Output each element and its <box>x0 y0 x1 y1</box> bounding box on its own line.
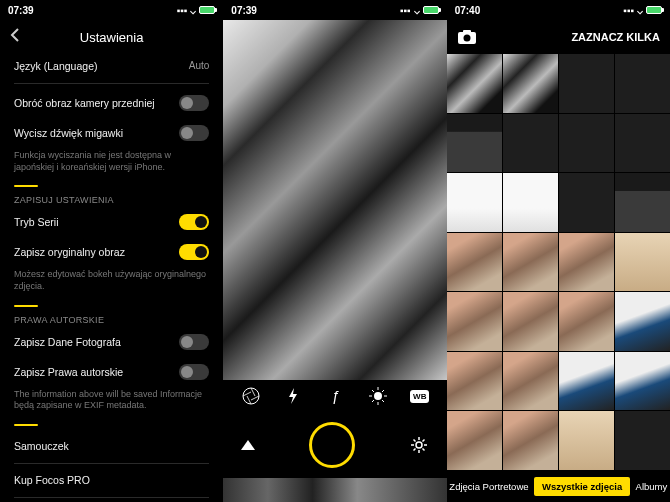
save-original-row: Zapisz oryginalny obraz <box>14 237 209 267</box>
wifi-icon: ⌵ <box>414 5 420 16</box>
rotate-front-camera-row: Obróć obraz kamery przedniej <box>14 88 209 118</box>
mute-note: Funkcja wyciszania nie jest dostępna w j… <box>14 148 209 179</box>
mute-toggle[interactable] <box>179 125 209 141</box>
wifi-icon: ⌵ <box>637 5 643 16</box>
photo-thumb[interactable] <box>559 292 614 351</box>
svg-line-6 <box>372 390 374 392</box>
language-row[interactable]: Język (Language) Auto <box>14 54 209 84</box>
save-copyright-toggle[interactable] <box>179 364 209 380</box>
svg-point-10 <box>416 442 422 448</box>
svg-rect-13 <box>463 30 471 33</box>
photo-thumb[interactable] <box>615 352 670 411</box>
photo-thumb[interactable] <box>447 173 502 232</box>
svg-point-1 <box>374 392 382 400</box>
camera-panel: 07:39 ▪▪▪ ⌵ ƒ WB <box>223 0 446 502</box>
photo-thumb[interactable] <box>615 114 670 173</box>
photo-thumb[interactable] <box>615 173 670 232</box>
language-value: Auto <box>189 60 210 71</box>
svg-line-7 <box>382 400 384 402</box>
svg-point-0 <box>243 388 259 404</box>
tutorial-row[interactable]: Samouczek <box>14 434 209 464</box>
camera-icon[interactable] <box>457 29 477 45</box>
status-time: 07:39 <box>231 5 257 16</box>
focus-icon[interactable]: ƒ <box>325 386 345 406</box>
photo-thumb[interactable] <box>503 292 558 351</box>
status-time: 07:40 <box>455 5 481 16</box>
burst-mode-row: Tryb Serii <box>14 207 209 237</box>
photo-thumb[interactable] <box>447 292 502 351</box>
save-original-toggle[interactable] <box>179 244 209 260</box>
status-bar: 07:40 ▪▪▪ ⌵ <box>447 0 670 20</box>
photo-thumb[interactable] <box>503 173 558 232</box>
svg-point-12 <box>463 35 470 42</box>
photo-thumb[interactable] <box>615 233 670 292</box>
white-balance-icon[interactable]: WB <box>410 390 429 403</box>
signal-icon: ▪▪▪ <box>177 5 188 16</box>
photo-thumb[interactable] <box>615 411 670 470</box>
burst-toggle[interactable] <box>179 214 209 230</box>
gallery-tabs: Zdjęcia Portretowe Wszystkie zdjęcia Alb… <box>447 470 670 502</box>
exif-note: The information above will be saved Info… <box>14 387 209 418</box>
settings-panel: 07:39 ▪▪▪ ⌵ Ustawienia Język (Language) … <box>0 0 223 502</box>
thumbnail-strip[interactable] <box>223 478 446 502</box>
buy-pro-row[interactable]: Kup Focos PRO <box>14 468 209 498</box>
photo-thumb[interactable] <box>559 233 614 292</box>
photo-thumb[interactable] <box>503 233 558 292</box>
svg-line-8 <box>372 400 374 402</box>
status-time: 07:39 <box>8 5 34 16</box>
photo-thumb[interactable] <box>559 114 614 173</box>
flash-icon[interactable] <box>283 386 303 406</box>
save-photographer-toggle[interactable] <box>179 334 209 350</box>
select-multiple-button[interactable]: ZAZNACZ KILKA <box>571 31 660 43</box>
tutorial-label: Samouczek <box>14 440 69 452</box>
save-copyright-row: Zapisz Prawa autorskie <box>14 357 209 387</box>
back-icon[interactable] <box>8 26 22 44</box>
battery-icon <box>646 6 662 14</box>
photo-thumb[interactable] <box>447 54 502 113</box>
photo-thumb[interactable] <box>447 233 502 292</box>
wifi-icon: ⌵ <box>190 5 196 16</box>
photo-thumb[interactable] <box>559 54 614 113</box>
photo-thumb[interactable] <box>615 54 670 113</box>
exposure-icon[interactable] <box>368 386 388 406</box>
mute-label: Wycisz dźwięk migawki <box>14 127 123 139</box>
bokeh-note: Możesz edytować bokeh używając oryginaln… <box>14 267 209 298</box>
tab-portrait[interactable]: Zdjęcia Portretowe <box>449 481 528 492</box>
section-divider <box>14 305 38 307</box>
photo-thumb[interactable] <box>503 352 558 411</box>
photo-thumb[interactable] <box>503 411 558 470</box>
photo-thumb[interactable] <box>503 54 558 113</box>
copyright-section: PRAWA AUTORSKIE <box>14 315 209 325</box>
section-divider <box>14 424 38 426</box>
photo-thumb[interactable] <box>615 292 670 351</box>
photo-thumb[interactable] <box>447 114 502 173</box>
camera-preview[interactable] <box>223 20 446 380</box>
photo-thumb[interactable] <box>447 411 502 470</box>
status-bar: 07:39 ▪▪▪ ⌵ <box>0 0 223 20</box>
status-bar: 07:39 ▪▪▪ ⌵ <box>223 0 446 20</box>
settings-title: Ustawienia <box>80 30 144 45</box>
mute-shutter-row: Wycisz dźwięk migawki <box>14 118 209 148</box>
settings-icon[interactable] <box>409 435 429 455</box>
save-original-label: Zapisz oryginalny obraz <box>14 246 125 258</box>
photo-thumb[interactable] <box>559 411 614 470</box>
capture-bar <box>223 412 446 478</box>
save-photographer-row: Zapisz Dane Fotografa <box>14 327 209 357</box>
photo-thumb[interactable] <box>447 352 502 411</box>
signal-icon: ▪▪▪ <box>400 5 411 16</box>
section-divider <box>14 185 38 187</box>
battery-icon <box>199 6 215 14</box>
photo-thumb[interactable] <box>559 173 614 232</box>
tab-albums[interactable]: Albumy <box>636 481 668 492</box>
aperture-icon[interactable] <box>241 386 261 406</box>
mode-arrow-icon[interactable] <box>241 440 255 450</box>
shutter-button[interactable] <box>309 422 355 468</box>
rotate-label: Obróć obraz kamery przedniej <box>14 97 155 109</box>
settings-header: Ustawienia <box>0 20 223 54</box>
photo-thumb[interactable] <box>559 352 614 411</box>
rotate-toggle[interactable] <box>179 95 209 111</box>
photo-thumb[interactable] <box>503 114 558 173</box>
language-label: Język (Language) <box>14 60 97 72</box>
tab-all-photos[interactable]: Wszystkie zdjęcia <box>534 477 630 496</box>
battery-icon <box>423 6 439 14</box>
